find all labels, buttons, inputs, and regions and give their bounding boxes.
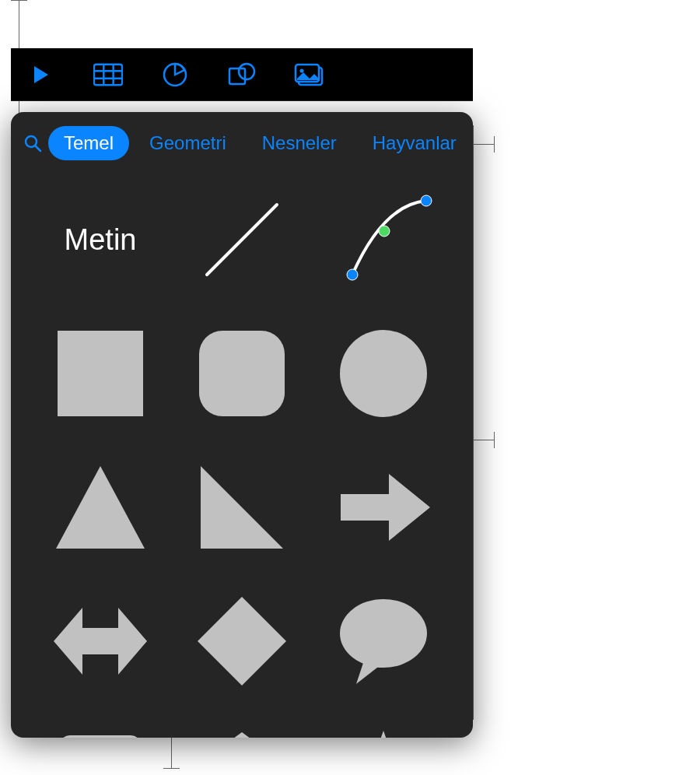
callout-line-tabs [473,144,495,145]
double-arrow-shape[interactable] [34,579,166,703]
line-shape[interactable] [176,177,308,302]
search-icon[interactable] [23,133,42,153]
tab-geometri[interactable]: Geometri [134,126,242,160]
svg-rect-17 [58,331,143,416]
text-shape[interactable]: Metin [34,177,166,302]
chart-icon[interactable] [160,62,190,87]
triangle-shape[interactable] [34,445,166,570]
tabs-row: Temel Geometri Nesneler Hayvanlar [11,112,473,170]
pentagon-shape[interactable] [176,713,308,738]
square-shape[interactable] [34,311,166,436]
shape-icon[interactable] [227,62,257,87]
main-panel: Temel Geometri Nesneler Hayvanlar Metin [11,48,473,738]
table-icon[interactable] [93,62,123,87]
curve-shape[interactable] [317,177,450,302]
svg-line-12 [35,146,40,151]
toolbar [11,48,473,101]
svg-point-15 [379,226,390,237]
popover-arrow [223,112,242,114]
rounded-square-shape[interactable] [176,311,308,436]
svg-point-14 [347,269,358,280]
svg-rect-18 [199,331,285,416]
svg-rect-6 [229,68,245,84]
play-icon[interactable] [26,62,56,87]
shapes-grid: Metin [11,170,473,738]
diamond-shape[interactable] [176,579,308,703]
svg-rect-21 [59,735,142,738]
circle-shape[interactable] [317,311,450,436]
callout-line-grid [473,440,495,440]
right-triangle-shape[interactable] [176,445,308,570]
speech-bubble-shape[interactable] [317,579,450,703]
svg-point-20 [340,599,427,668]
svg-line-13 [207,205,277,275]
tab-nesneler[interactable]: Nesneler [247,126,352,160]
tab-hayvanlar[interactable]: Hayvanlar [357,126,472,160]
svg-point-19 [340,330,427,417]
media-icon[interactable] [294,62,324,87]
text-shape-label: Metin [65,223,137,257]
svg-point-10 [300,68,304,72]
tab-temel[interactable]: Temel [48,126,129,160]
callout-shape[interactable] [34,713,166,738]
shapes-popover: Temel Geometri Nesneler Hayvanlar Metin [11,112,473,738]
svg-point-7 [239,64,254,79]
star-shape[interactable] [317,713,450,738]
svg-rect-0 [94,64,122,85]
svg-point-16 [421,195,432,206]
arrow-right-shape[interactable] [317,445,450,570]
